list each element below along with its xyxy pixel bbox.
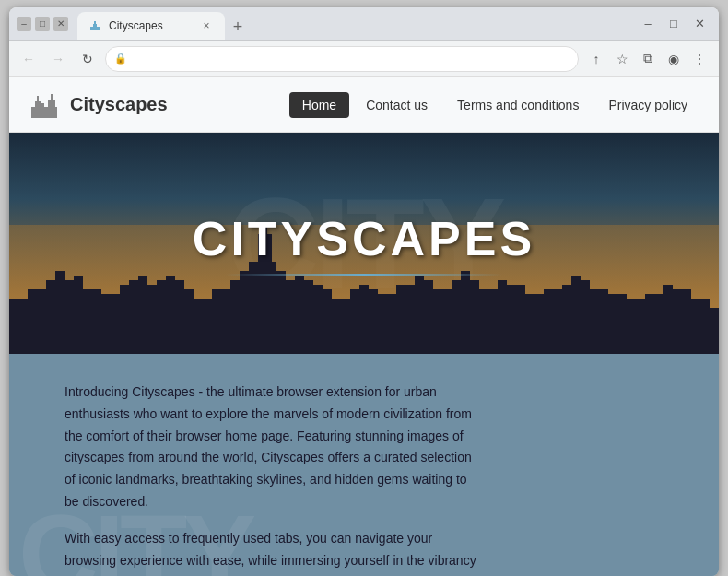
logo-icon (28, 88, 61, 122)
lock-icon: 🔒 (114, 53, 127, 65)
browser-window: – □ ✕ Cityscapes × + – □ ✕ ← → ↻ (9, 7, 719, 576)
minimize-button[interactable]: – (17, 17, 31, 31)
active-tab[interactable]: Cityscapes × (77, 12, 225, 40)
menu-button[interactable]: ⋮ (687, 47, 711, 71)
svg-rect-1 (93, 24, 97, 27)
back-button[interactable]: ← (17, 47, 41, 71)
hero-title: CITYSCAPES (193, 211, 535, 266)
content-section: CITY Introducing Cityscapes - the ultima… (9, 354, 719, 576)
hero-section: CITY CITYSCAPES (9, 133, 719, 354)
new-tab-button[interactable]: + (225, 14, 251, 40)
refresh-button[interactable]: ↻ (76, 47, 100, 71)
site-nav: Home Contact us Terms and conditions Pri… (289, 92, 700, 118)
address-bar-wrapper: 🔒 (105, 46, 579, 72)
hero-content: CITYSCAPES (193, 211, 535, 276)
svg-rect-5 (37, 96, 39, 101)
tab-title: Cityscapes (109, 19, 163, 32)
logo-text: Cityscapes (70, 94, 168, 115)
address-input[interactable] (105, 46, 579, 72)
svg-rect-2 (94, 21, 96, 24)
forward-button[interactable]: → (46, 47, 70, 71)
share-button[interactable]: ↑ (584, 47, 608, 71)
svg-rect-3 (31, 107, 57, 118)
account-button[interactable]: ◉ (662, 47, 686, 71)
website-content: Cityscapes Home Contact us Terms and con… (9, 77, 719, 576)
bookmark-button[interactable]: ☆ (610, 47, 634, 71)
site-logo: Cityscapes (28, 88, 168, 122)
site-header: Cityscapes Home Contact us Terms and con… (9, 77, 719, 133)
nav-privacy[interactable]: Privacy policy (595, 92, 700, 118)
svg-rect-8 (41, 103, 44, 107)
title-minimize-button[interactable]: – (636, 12, 660, 36)
svg-rect-0 (90, 27, 100, 30)
nav-contact[interactable]: Contact us (353, 92, 440, 118)
content-text: Introducing Cityscapes - the ultimate br… (65, 382, 479, 576)
tab-favicon-icon (88, 19, 101, 32)
window-controls: – □ ✕ (17, 17, 68, 31)
address-bar: ← → ↻ 🔒 ↑ ☆ ⧉ ◉ ⋮ (9, 41, 719, 77)
tabs-bar: Cityscapes × + (77, 7, 632, 40)
title-bar-controls: – □ ✕ (636, 12, 711, 36)
title-bar: – □ ✕ Cityscapes × + – □ ✕ (9, 7, 719, 41)
title-close-button[interactable]: ✕ (687, 12, 711, 36)
paragraph-1: Introducing Cityscapes - the ultimate br… (65, 382, 479, 513)
close-button[interactable]: ✕ (53, 17, 68, 31)
nav-terms[interactable]: Terms and conditions (444, 92, 592, 118)
svg-rect-7 (51, 94, 53, 100)
tab-close-button[interactable]: × (199, 18, 214, 33)
svg-rect-4 (35, 101, 41, 107)
split-view-button[interactable]: ⧉ (636, 47, 660, 71)
nav-home[interactable]: Home (289, 92, 349, 118)
svg-rect-6 (48, 100, 55, 107)
address-bar-actions: ↑ ☆ ⧉ ◉ ⋮ (584, 47, 711, 71)
paragraph-2: With easy access to frequently used tabs… (65, 528, 479, 576)
maximize-button[interactable]: □ (35, 17, 50, 31)
title-maximize-button[interactable]: □ (662, 12, 686, 36)
hero-line (226, 274, 502, 276)
